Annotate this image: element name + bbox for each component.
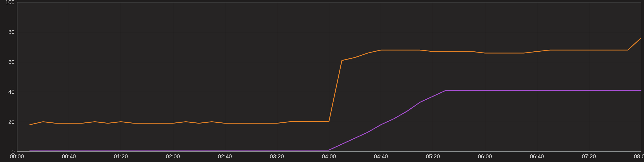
chart-container: 02040608010000:0000:4001:2002:0002:4003:… [0,0,644,162]
x-tick-label: 01:20 [114,153,128,160]
y-tick-label: 20 [1,118,15,125]
x-tick-label: 03:20 [270,153,284,160]
x-tick-label: 06:40 [530,153,544,160]
y-tick-label: 100 [1,0,15,6]
y-axis-line [17,2,17,152]
x-tick-label: 00:40 [62,153,76,160]
x-tick-label: 04:00 [322,153,336,160]
y-tick-label: 80 [1,29,15,35]
series-line-orange [30,38,641,125]
x-tick-label: 05:20 [426,153,440,160]
x-tick-label: 06:00 [478,153,492,160]
x-tick-label: 00:00 [10,153,24,160]
x-tick-label: 04:40 [374,153,388,160]
chart-lines-svg [0,0,644,162]
x-tick-label: 08:00 [634,153,644,160]
series-line-purple [30,90,641,150]
y-tick-label: 40 [1,89,15,95]
y-tick-label: 60 [1,59,15,65]
x-tick-label: 02:00 [166,153,180,160]
x-tick-label: 07:20 [582,153,596,160]
x-tick-label: 02:40 [218,153,232,160]
x-axis-line [17,151,641,152]
